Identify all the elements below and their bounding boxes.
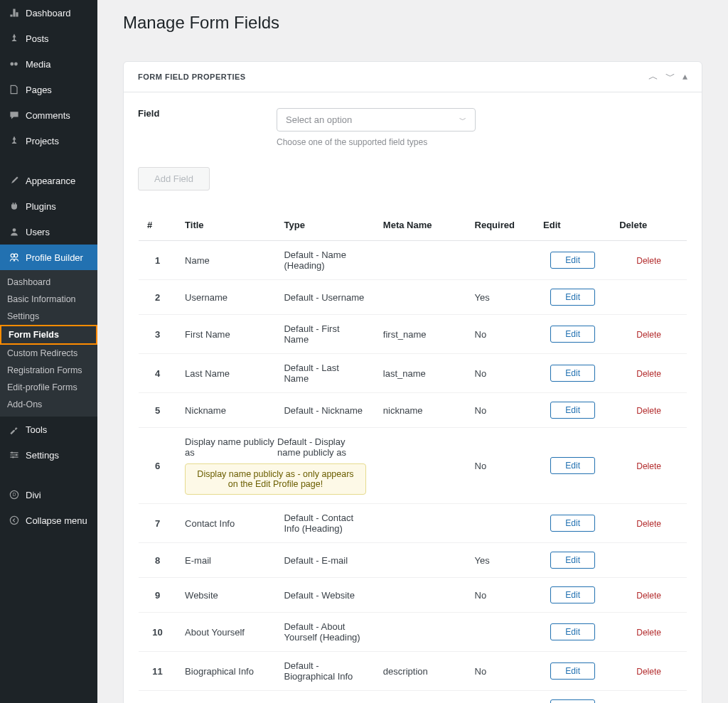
row-type: Default - Last Name [275, 354, 374, 393]
svg-point-4 [14, 254, 18, 257]
row-type: Default - E-mail [275, 543, 374, 578]
delete-link[interactable]: Delete [636, 330, 661, 340]
row-title-cell: Name [176, 241, 275, 280]
th-type: Type [275, 210, 374, 241]
delete-link[interactable]: Delete [636, 628, 661, 638]
sidebar-item-plugins[interactable]: Plugins [0, 193, 97, 219]
delete-link[interactable]: Delete [636, 591, 661, 601]
row-num: 3 [139, 315, 177, 354]
row-title-cell: E-mail [176, 543, 275, 578]
row-meta [375, 578, 466, 613]
edit-button[interactable]: Edit [550, 326, 595, 343]
pin-icon [7, 31, 21, 45]
add-field-button[interactable]: Add Field [138, 167, 210, 190]
table-row: 10About YourselfDefault - About Yourself… [139, 613, 687, 652]
edit-button[interactable]: Edit [550, 623, 595, 640]
sidebar-item-posts[interactable]: Posts [0, 26, 97, 51]
table-row: 11Biographical InfoDefault - Biographica… [139, 652, 687, 691]
chevron-down-icon: ﹀ [459, 115, 466, 125]
edit-button[interactable]: Edit [550, 586, 595, 603]
submenu-item-settings[interactable]: Settings [0, 308, 97, 325]
sidebar-item-projects[interactable]: Projects [0, 128, 97, 154]
row-required: No [466, 393, 535, 428]
menu-label: Comments [26, 110, 70, 121]
delete-link[interactable]: Delete [636, 519, 661, 529]
sidebar-item-settings[interactable]: Settings [0, 442, 97, 468]
edit-button[interactable]: Edit [550, 365, 595, 382]
submenu-item-form-fields[interactable]: Form Fields [0, 325, 97, 345]
row-title-cell: Last Name [176, 354, 275, 393]
sidebar-item-media[interactable]: Media [0, 51, 97, 77]
th-delete: Delete [611, 210, 687, 241]
sidebar-item-dashboard[interactable]: Dashboard [0, 0, 97, 26]
row-num: 6 [139, 428, 177, 504]
row-required: No [466, 354, 535, 393]
sidebar-item-profile-builder[interactable]: Profile Builder [0, 245, 97, 270]
th-edit: Edit [535, 210, 611, 241]
submenu-item-custom-redirects[interactable]: Custom Redirects [0, 345, 97, 362]
sidebar-item-comments[interactable]: Comments [0, 102, 97, 128]
media-icon [7, 57, 21, 71]
page-title: Manage Form Fields [123, 13, 702, 33]
row-meta [375, 504, 466, 543]
row-required: No [466, 578, 535, 613]
select-placeholder: Select an option [286, 114, 352, 125]
submenu-item-dashboard[interactable]: Dashboard [0, 274, 97, 291]
sidebar-item-divi[interactable]: D Divi [0, 482, 97, 508]
row-type: Default - Contact Info (Heading) [275, 504, 374, 543]
svg-point-0 [10, 63, 14, 66]
sidebar-item-collapse[interactable]: Collapse menu [0, 508, 97, 533]
delete-link[interactable]: Delete [636, 667, 661, 677]
menu-label: Collapse menu [26, 515, 87, 526]
row-type: Default - About Yourself (Heading) [275, 613, 374, 652]
menu-label: Plugins [26, 201, 56, 212]
svg-point-6 [16, 454, 17, 456]
table-row: 2UsernameDefault - UsernameYesEdit [139, 280, 687, 315]
comment-icon [7, 108, 21, 122]
delete-link[interactable]: Delete [636, 256, 661, 266]
edit-button[interactable]: Edit [550, 289, 595, 306]
submenu-item-registration-forms[interactable]: Registration Forms [0, 362, 97, 379]
caret-up-icon[interactable]: ▴ [682, 70, 687, 83]
sidebar-item-pages[interactable]: Pages [0, 77, 97, 102]
edit-button[interactable]: Edit [550, 252, 595, 269]
table-row: 3First NameDefault - First Namefirst_nam… [139, 315, 687, 354]
menu-label: Pages [26, 85, 52, 95]
svg-text:D: D [13, 492, 16, 497]
wrench-icon [7, 422, 21, 436]
row-num: 5 [139, 393, 177, 428]
th-title: Title [176, 210, 275, 241]
field-selector-row: Field Select an option ﹀ Choose one of t… [124, 92, 702, 154]
edit-button[interactable]: Edit [550, 662, 595, 680]
delete-link[interactable]: Delete [636, 461, 661, 471]
submenu-item-basic-info[interactable]: Basic Information [0, 291, 97, 308]
edit-button[interactable]: Edit [550, 552, 595, 569]
row-meta: first_name [375, 315, 466, 354]
chevron-up-icon[interactable]: ︿ [648, 70, 658, 83]
sidebar-item-tools[interactable]: Tools [0, 417, 97, 442]
edit-button[interactable]: Edit [550, 699, 595, 703]
table-row: 6Display name publicly asDefault - Displ… [139, 428, 687, 504]
row-type: Default - Biographical Info [275, 652, 374, 691]
menu-label: Users [26, 227, 50, 237]
field-label: Field [138, 108, 277, 119]
row-num: 9 [139, 578, 177, 613]
edit-button[interactable]: Edit [550, 402, 595, 419]
collapse-icon [7, 513, 21, 527]
delete-link[interactable]: Delete [636, 369, 661, 379]
row-meta: nickname [375, 393, 466, 428]
row-required: No [466, 652, 535, 691]
divi-icon: D [7, 488, 21, 502]
row-required: Yes [466, 280, 535, 315]
submenu-item-edit-profile-forms[interactable]: Edit-profile Forms [0, 379, 97, 396]
sidebar-item-users[interactable]: Users [0, 219, 97, 245]
brush-icon [7, 173, 21, 188]
delete-link[interactable]: Delete [636, 406, 661, 416]
sidebar-item-appearance[interactable]: Appearance [0, 168, 97, 193]
field-type-select[interactable]: Select an option ﹀ [277, 108, 476, 132]
chevron-down-icon[interactable]: ﹀ [665, 70, 675, 83]
menu-label: Tools [26, 424, 47, 435]
edit-button[interactable]: Edit [550, 457, 595, 474]
edit-button[interactable]: Edit [550, 515, 595, 532]
submenu-item-add-ons[interactable]: Add-Ons [0, 396, 97, 413]
